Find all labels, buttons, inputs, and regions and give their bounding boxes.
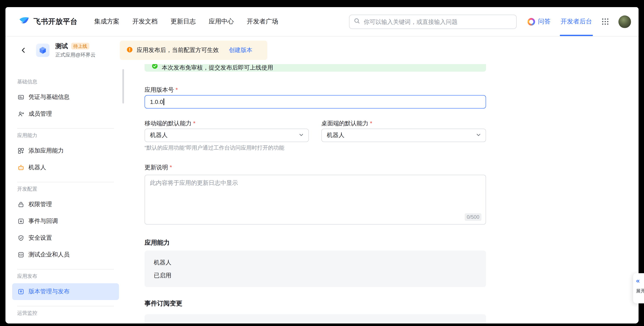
version-input-value: 1.0.0 bbox=[150, 98, 163, 105]
text-cursor bbox=[164, 98, 164, 105]
sidebar-item-label: 版本管理与发布 bbox=[28, 288, 70, 296]
sidebar-section-basic-info: 基础信息 bbox=[12, 78, 119, 86]
robot-icon bbox=[17, 164, 24, 171]
feishu-logo-icon bbox=[19, 16, 30, 27]
version-label: 应用版本号* bbox=[144, 87, 486, 93]
developer-console-link[interactable]: 开发者后台 bbox=[560, 7, 592, 36]
event-callback-icon bbox=[17, 218, 24, 225]
event-section-title: 事件订阅变更 bbox=[144, 300, 486, 307]
update-note-label-text: 更新说明 bbox=[144, 164, 168, 170]
divider bbox=[17, 128, 114, 129]
app-subheader: 测试 待上线 正式应用@环界云 应用发布后，当前配置方可生效 创建版本 bbox=[6, 36, 638, 64]
publish-icon bbox=[17, 288, 24, 295]
capability-panel: 机器人 已启用 bbox=[144, 250, 486, 287]
qa-label: 问答 bbox=[538, 18, 550, 26]
version-input[interactable]: 1.0.0 bbox=[144, 95, 486, 108]
event-panel bbox=[144, 314, 486, 324]
add-capability-icon bbox=[17, 147, 24, 154]
lock-icon bbox=[17, 201, 24, 208]
success-banner: 本次发布免审核，提交发布后即可上线使用 bbox=[144, 64, 486, 72]
mobile-capability-select[interactable]: 机器人 bbox=[144, 129, 309, 142]
sidebar-item-label: 安全设置 bbox=[28, 234, 52, 242]
sidebar-item-label: 添加应用能力 bbox=[28, 147, 64, 154]
update-note-textarea[interactable] bbox=[145, 175, 486, 224]
logo-text: 飞书开放平台 bbox=[34, 17, 78, 26]
divider bbox=[17, 306, 114, 306]
mobile-capability-value: 机器人 bbox=[150, 132, 168, 139]
required-mark: * bbox=[370, 120, 372, 126]
user-avatar[interactable] bbox=[618, 15, 631, 28]
sidebar-item-credentials[interactable]: 凭证与基础信息 bbox=[12, 89, 119, 106]
desktop-capability-select[interactable]: 机器人 bbox=[321, 129, 486, 142]
sidebar-item-robot[interactable]: 机器人 bbox=[12, 159, 119, 176]
members-icon bbox=[17, 110, 24, 118]
shield-icon bbox=[17, 234, 24, 242]
sidebar-scrollbar[interactable] bbox=[122, 69, 124, 104]
sidebar-item-events[interactable]: 事件与回调 bbox=[12, 213, 119, 230]
expand-panel-label: 展开 bbox=[636, 288, 644, 294]
app-name: 测试 bbox=[55, 42, 68, 50]
sidebar-section-dev-config: 开发配置 bbox=[12, 186, 119, 193]
top-navbar: 飞书开放平台 集成方案 开发文档 更新日志 应用中心 开发者广场 bbox=[6, 7, 638, 36]
status-badge: 待上线 bbox=[71, 43, 89, 50]
update-note-label: 更新说明* bbox=[144, 164, 486, 170]
qa-gradient-icon bbox=[528, 18, 535, 25]
cube-icon bbox=[38, 46, 47, 55]
nav-item-marketplace[interactable]: 开发者广场 bbox=[247, 18, 278, 26]
required-mark: * bbox=[176, 86, 178, 93]
nav-item-docs[interactable]: 开发文档 bbox=[132, 18, 158, 26]
app-icon bbox=[36, 44, 50, 57]
update-note-field: 0/500 bbox=[144, 175, 486, 224]
chevron-down-icon bbox=[476, 132, 482, 139]
desktop-capability-value: 机器人 bbox=[327, 132, 344, 139]
sidebar-item-permissions[interactable]: 权限管理 bbox=[12, 196, 119, 213]
sidebar-item-label: 成员管理 bbox=[28, 110, 52, 118]
version-label-text: 应用版本号 bbox=[144, 86, 174, 93]
sidebar-item-add-capability[interactable]: 添加应用能力 bbox=[12, 142, 119, 159]
divider bbox=[17, 182, 114, 182]
sidebar: 基础信息 凭证与基础信息 bbox=[6, 64, 126, 324]
sidebar-item-label: 机器人 bbox=[28, 164, 46, 172]
desktop-capability-label-text: 桌面端的默认能力 bbox=[321, 120, 368, 126]
qa-button[interactable]: 问答 bbox=[528, 18, 550, 26]
sidebar-section-capabilities: 应用能力 bbox=[12, 132, 119, 139]
code-brackets-icon bbox=[17, 251, 24, 258]
main-content: 本次发布免审核，提交发布后即可上线使用 应用版本号* 1.0.0 移动端的默认能… bbox=[126, 64, 638, 324]
capability-name: 机器人 bbox=[154, 259, 477, 266]
capability-hint: “默认的应用功能”即用户通过工作台访问应用时打开的功能 bbox=[144, 144, 486, 151]
nav-item-solutions[interactable]: 集成方案 bbox=[94, 18, 120, 26]
mobile-capability-label-text: 移动端的默认能力 bbox=[144, 120, 192, 126]
sidebar-item-security[interactable]: 安全设置 bbox=[12, 230, 119, 246]
search-input[interactable] bbox=[364, 18, 512, 25]
divider bbox=[17, 269, 114, 270]
capability-status: 已启用 bbox=[154, 272, 477, 279]
nav-item-changelog[interactable]: 更新日志 bbox=[170, 18, 196, 26]
sidebar-section-monitoring: 运营监控 bbox=[12, 310, 119, 317]
screen: 飞书开放平台 集成方案 开发文档 更新日志 应用中心 开发者广场 bbox=[0, 0, 644, 326]
warning-icon bbox=[126, 46, 133, 54]
feishu-logo[interactable]: 飞书开放平台 bbox=[19, 16, 78, 27]
navbar-right: 问答 开发者后台 bbox=[528, 7, 631, 36]
capability-section-title: 应用能力 bbox=[144, 239, 486, 246]
sidebar-item-label: 权限管理 bbox=[28, 201, 52, 208]
expand-panel-button[interactable]: « 展开 bbox=[633, 273, 644, 303]
alert-text: 应用发布后，当前配置方可生效 bbox=[136, 46, 219, 54]
sidebar-item-members[interactable]: 成员管理 bbox=[12, 106, 119, 122]
sidebar-item-version-release[interactable]: 版本管理与发布 bbox=[12, 283, 119, 300]
desktop-capability-field: 桌面端的默认能力* 机器人 bbox=[321, 120, 486, 142]
mobile-capability-label: 移动端的默认能力* bbox=[144, 120, 309, 126]
global-search[interactable] bbox=[349, 14, 516, 29]
success-check-icon bbox=[152, 64, 158, 71]
chevron-down-icon bbox=[298, 132, 304, 139]
apps-grid-icon[interactable] bbox=[602, 18, 608, 25]
back-button[interactable] bbox=[20, 47, 27, 54]
char-counter: 0/500 bbox=[465, 213, 482, 221]
search-icon bbox=[354, 18, 360, 26]
desktop-capability-label: 桌面端的默认能力* bbox=[321, 120, 486, 126]
nav-item-app-center[interactable]: 应用中心 bbox=[209, 18, 234, 26]
publish-alert-banner: 应用发布后，当前配置方可生效 创建版本 bbox=[120, 41, 267, 60]
app-subtitle: 正式应用@环界云 bbox=[55, 51, 96, 58]
mobile-capability-field: 移动端的默认能力* 机器人 bbox=[144, 120, 309, 142]
sidebar-item-test-org[interactable]: 测试企业和人员 bbox=[12, 246, 119, 263]
create-version-link[interactable]: 创建版本 bbox=[229, 46, 252, 54]
